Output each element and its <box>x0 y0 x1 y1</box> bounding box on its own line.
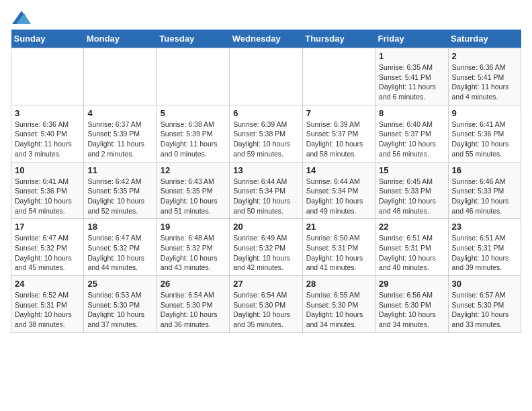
day-number: 27 <box>233 279 298 289</box>
day-info: Sunrise: 6:57 AM Sunset: 5:30 PM Dayligh… <box>452 290 517 330</box>
day-number: 9 <box>452 108 517 118</box>
calendar-cell: 27Sunrise: 6:54 AM Sunset: 5:30 PM Dayli… <box>230 276 302 333</box>
calendar-cell <box>157 48 229 105</box>
calendar-cell: 3Sunrise: 6:36 AM Sunset: 5:40 PM Daylig… <box>11 105 84 162</box>
day-info: Sunrise: 6:46 AM Sunset: 5:33 PM Dayligh… <box>452 177 517 216</box>
day-number: 7 <box>306 108 371 118</box>
day-info: Sunrise: 6:35 AM Sunset: 5:41 PM Dayligh… <box>379 62 444 102</box>
day-info: Sunrise: 6:49 AM Sunset: 5:32 PM Dayligh… <box>233 233 298 273</box>
calendar-cell: 24Sunrise: 6:52 AM Sunset: 5:31 PM Dayli… <box>11 276 84 333</box>
logo-icon <box>12 11 31 24</box>
day-info: Sunrise: 6:39 AM Sunset: 5:37 PM Dayligh… <box>306 120 371 159</box>
day-number: 26 <box>161 279 226 289</box>
calendar-cell: 8Sunrise: 6:40 AM Sunset: 5:37 PM Daylig… <box>375 105 448 162</box>
day-info: Sunrise: 6:51 AM Sunset: 5:31 PM Dayligh… <box>452 233 517 273</box>
day-number: 10 <box>15 165 80 175</box>
calendar-cell: 14Sunrise: 6:44 AM Sunset: 5:34 PM Dayli… <box>302 162 375 219</box>
calendar-cell: 21Sunrise: 6:50 AM Sunset: 5:31 PM Dayli… <box>302 219 375 276</box>
weekday-friday: Friday <box>375 30 448 48</box>
day-number: 15 <box>379 165 444 175</box>
day-info: Sunrise: 6:52 AM Sunset: 5:31 PM Dayligh… <box>15 290 80 330</box>
day-info: Sunrise: 6:44 AM Sunset: 5:34 PM Dayligh… <box>306 177 371 216</box>
day-info: Sunrise: 6:40 AM Sunset: 5:37 PM Dayligh… <box>379 120 444 159</box>
day-info: Sunrise: 6:36 AM Sunset: 5:41 PM Dayligh… <box>452 62 517 102</box>
day-number: 20 <box>233 222 298 232</box>
day-info: Sunrise: 6:55 AM Sunset: 5:30 PM Dayligh… <box>306 290 371 330</box>
day-info: Sunrise: 6:51 AM Sunset: 5:31 PM Dayligh… <box>379 233 444 273</box>
calendar-cell <box>84 48 157 105</box>
weekday-thursday: Thursday <box>302 30 375 48</box>
calendar-week-1: 3Sunrise: 6:36 AM Sunset: 5:40 PM Daylig… <box>11 105 521 162</box>
day-number: 2 <box>452 51 517 61</box>
day-number: 28 <box>306 279 371 289</box>
calendar-cell: 12Sunrise: 6:43 AM Sunset: 5:35 PM Dayli… <box>157 162 229 219</box>
weekday-sunday: Sunday <box>11 30 84 48</box>
calendar-week-2: 10Sunrise: 6:41 AM Sunset: 5:36 PM Dayli… <box>11 162 521 219</box>
day-info: Sunrise: 6:44 AM Sunset: 5:34 PM Dayligh… <box>233 177 298 216</box>
day-info: Sunrise: 6:53 AM Sunset: 5:30 PM Dayligh… <box>87 290 152 330</box>
calendar-week-3: 17Sunrise: 6:47 AM Sunset: 5:32 PM Dayli… <box>11 219 521 276</box>
calendar-cell: 26Sunrise: 6:54 AM Sunset: 5:30 PM Dayli… <box>157 276 229 333</box>
day-number: 17 <box>15 222 80 232</box>
calendar-cell: 10Sunrise: 6:41 AM Sunset: 5:36 PM Dayli… <box>11 162 84 219</box>
weekday-monday: Monday <box>84 30 157 48</box>
calendar-cell: 17Sunrise: 6:47 AM Sunset: 5:32 PM Dayli… <box>11 219 84 276</box>
calendar-cell <box>302 48 375 105</box>
day-info: Sunrise: 6:41 AM Sunset: 5:36 PM Dayligh… <box>15 177 80 216</box>
day-number: 19 <box>161 222 226 232</box>
calendar-cell: 28Sunrise: 6:55 AM Sunset: 5:30 PM Dayli… <box>302 276 375 333</box>
calendar-cell: 1Sunrise: 6:35 AM Sunset: 5:41 PM Daylig… <box>375 48 448 105</box>
day-info: Sunrise: 6:42 AM Sunset: 5:35 PM Dayligh… <box>87 177 152 216</box>
calendar-table: SundayMondayTuesdayWednesdayThursdayFrid… <box>11 30 521 333</box>
calendar-cell: 7Sunrise: 6:39 AM Sunset: 5:37 PM Daylig… <box>302 105 375 162</box>
day-number: 22 <box>379 222 444 232</box>
day-number: 21 <box>306 222 371 232</box>
calendar-cell <box>230 48 302 105</box>
page-header <box>11 11 521 21</box>
day-info: Sunrise: 6:56 AM Sunset: 5:30 PM Dayligh… <box>379 290 444 330</box>
calendar-week-4: 24Sunrise: 6:52 AM Sunset: 5:31 PM Dayli… <box>11 276 521 333</box>
calendar-cell: 15Sunrise: 6:45 AM Sunset: 5:33 PM Dayli… <box>375 162 448 219</box>
calendar-body: 1Sunrise: 6:35 AM Sunset: 5:41 PM Daylig… <box>11 48 521 333</box>
calendar-cell: 9Sunrise: 6:41 AM Sunset: 5:36 PM Daylig… <box>448 105 521 162</box>
day-number: 5 <box>161 108 226 118</box>
day-number: 16 <box>452 165 517 175</box>
day-number: 6 <box>233 108 298 118</box>
calendar-week-0: 1Sunrise: 6:35 AM Sunset: 5:41 PM Daylig… <box>11 48 521 105</box>
day-info: Sunrise: 6:37 AM Sunset: 5:39 PM Dayligh… <box>87 120 152 159</box>
day-number: 13 <box>233 165 298 175</box>
calendar-cell: 19Sunrise: 6:48 AM Sunset: 5:32 PM Dayli… <box>157 219 229 276</box>
logo <box>11 11 31 21</box>
calendar-cell <box>11 48 84 105</box>
weekday-saturday: Saturday <box>448 30 521 48</box>
weekday-tuesday: Tuesday <box>157 30 229 48</box>
day-info: Sunrise: 6:48 AM Sunset: 5:32 PM Dayligh… <box>161 233 226 273</box>
day-info: Sunrise: 6:41 AM Sunset: 5:36 PM Dayligh… <box>452 120 517 159</box>
calendar-cell: 22Sunrise: 6:51 AM Sunset: 5:31 PM Dayli… <box>375 219 448 276</box>
calendar-header: SundayMondayTuesdayWednesdayThursdayFrid… <box>11 30 521 48</box>
day-info: Sunrise: 6:54 AM Sunset: 5:30 PM Dayligh… <box>161 290 226 330</box>
day-info: Sunrise: 6:38 AM Sunset: 5:39 PM Dayligh… <box>161 120 226 159</box>
day-number: 3 <box>15 108 80 118</box>
day-info: Sunrise: 6:36 AM Sunset: 5:40 PM Dayligh… <box>15 120 80 159</box>
day-number: 14 <box>306 165 371 175</box>
calendar-cell: 16Sunrise: 6:46 AM Sunset: 5:33 PM Dayli… <box>448 162 521 219</box>
day-number: 4 <box>87 108 152 118</box>
day-number: 1 <box>379 51 444 61</box>
day-info: Sunrise: 6:39 AM Sunset: 5:38 PM Dayligh… <box>233 120 298 159</box>
calendar-cell: 2Sunrise: 6:36 AM Sunset: 5:41 PM Daylig… <box>448 48 521 105</box>
day-number: 18 <box>87 222 152 232</box>
day-number: 25 <box>87 279 152 289</box>
day-number: 29 <box>379 279 444 289</box>
day-info: Sunrise: 6:43 AM Sunset: 5:35 PM Dayligh… <box>161 177 226 216</box>
day-number: 12 <box>161 165 226 175</box>
weekday-header-row: SundayMondayTuesdayWednesdayThursdayFrid… <box>11 30 521 48</box>
day-info: Sunrise: 6:54 AM Sunset: 5:30 PM Dayligh… <box>233 290 298 330</box>
day-number: 24 <box>15 279 80 289</box>
day-info: Sunrise: 6:50 AM Sunset: 5:31 PM Dayligh… <box>306 233 371 273</box>
calendar-cell: 29Sunrise: 6:56 AM Sunset: 5:30 PM Dayli… <box>375 276 448 333</box>
day-info: Sunrise: 6:45 AM Sunset: 5:33 PM Dayligh… <box>379 177 444 216</box>
weekday-wednesday: Wednesday <box>230 30 302 48</box>
day-number: 8 <box>379 108 444 118</box>
calendar-cell: 18Sunrise: 6:47 AM Sunset: 5:32 PM Dayli… <box>84 219 157 276</box>
